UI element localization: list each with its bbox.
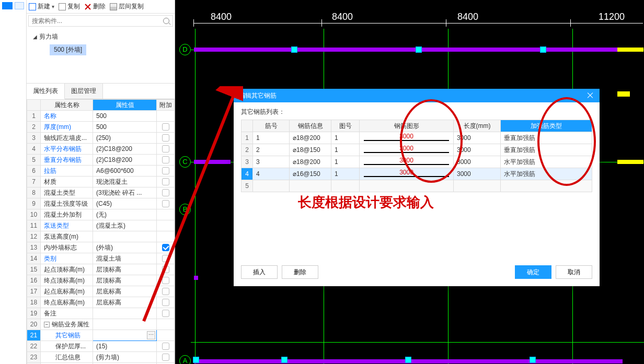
cell-shape[interactable]: 3000 <box>360 144 454 156</box>
attr-value[interactable]: A6@600*600 <box>93 166 157 177</box>
extra-checkbox[interactable] <box>162 266 169 273</box>
attr-name[interactable]: 终点底标高(m) <box>41 297 93 308</box>
attr-value[interactable]: 层底标高 <box>93 297 157 308</box>
extra-checkbox[interactable] <box>162 178 169 185</box>
attr-value[interactable] <box>93 319 157 330</box>
delete-button[interactable]: 删除 <box>84 2 106 11</box>
close-icon[interactable] <box>586 91 594 100</box>
attr-value[interactable]: (250) <box>93 133 157 144</box>
attr-value[interactable]: 混凝土墙 <box>93 253 157 264</box>
extra-checkbox[interactable] <box>162 189 169 196</box>
extra-checkbox[interactable] <box>162 310 169 317</box>
attr-value[interactable]: (混凝土泵) <box>93 220 157 231</box>
cell-id[interactable]: 3 <box>253 156 290 168</box>
attr-name[interactable]: 保护层厚... <box>41 341 93 352</box>
attr-name[interactable]: 泵送类型 <box>41 220 93 231</box>
attr-name[interactable]: 拉筋 <box>41 166 93 177</box>
attr-value[interactable]: 层顶标高 <box>93 275 157 286</box>
cell-type[interactable]: 水平加强筋 <box>501 168 592 180</box>
attr-value[interactable] <box>93 308 157 319</box>
extra-checkbox[interactable] <box>162 354 169 361</box>
tree-child[interactable]: 500 [外墙] <box>50 44 86 55</box>
cell-pic[interactable]: 1 <box>331 144 360 156</box>
cancel-button[interactable]: 取消 <box>556 265 592 279</box>
delete-rebar-button[interactable]: 删除 <box>282 265 318 279</box>
cell-type[interactable]: 垂直加强筋 <box>501 132 592 144</box>
attr-name[interactable]: 起点顶标高(m) <box>41 264 93 275</box>
attr-value[interactable]: 500 <box>93 111 157 122</box>
attr-name[interactable]: 其它钢筋 <box>41 330 93 341</box>
extra-checkbox[interactable] <box>162 200 169 207</box>
attr-name[interactable]: 备注 <box>41 308 93 319</box>
attr-name[interactable]: 混凝土外加剂 <box>41 209 93 220</box>
attr-name[interactable]: 混凝土类型 <box>41 187 93 198</box>
new-button[interactable]: 新建▾ <box>29 2 54 11</box>
extra-checkbox[interactable] <box>162 134 169 142</box>
extra-checkbox[interactable] <box>162 343 169 350</box>
tab-layers[interactable]: 图层管理 <box>65 84 103 99</box>
attr-name[interactable]: 起点底标高(m) <box>41 286 93 297</box>
search-input[interactable] <box>28 15 173 27</box>
attr-value[interactable]: (2)C18@200 <box>93 155 157 166</box>
attr-name[interactable]: 材质 <box>41 177 93 187</box>
attr-name[interactable]: 垂直分布钢筋 <box>41 155 93 166</box>
cell-pic[interactable]: 1 <box>331 132 360 144</box>
attr-value[interactable]: (外墙) <box>93 242 157 253</box>
extra-checkbox[interactable] <box>162 244 169 251</box>
attr-name[interactable]: 轴线距左墙皮... <box>41 133 93 144</box>
cell-id[interactable]: 4 <box>253 168 290 180</box>
attr-value[interactable]: 层顶标高 <box>93 264 157 275</box>
extra-checkbox[interactable] <box>162 299 169 306</box>
component-tree[interactable]: ◢剪力墙 500 [外墙] <box>27 28 175 84</box>
attr-value[interactable] <box>93 231 157 242</box>
cell-info[interactable]: ⌀18@200 <box>290 156 331 168</box>
copy-button[interactable]: 复制 <box>59 2 80 11</box>
attr-value[interactable]: (无) <box>93 209 157 220</box>
attr-name[interactable]: 内/外墙标志 <box>41 242 93 253</box>
cell-id[interactable]: 1 <box>253 132 290 144</box>
attr-value[interactable]: (剪力墙) <box>93 352 157 363</box>
attr-value[interactable]: (15) <box>93 341 157 352</box>
attr-name[interactable]: 厚度(mm) <box>41 122 93 133</box>
extra-checkbox[interactable] <box>162 277 169 284</box>
search-icon[interactable] <box>163 18 169 24</box>
extra-checkbox[interactable] <box>162 288 169 295</box>
attr-name[interactable]: 水平分布钢筋 <box>41 144 93 155</box>
attr-name[interactable]: 混凝土强度等级 <box>41 198 93 209</box>
ok-button[interactable]: 确定 <box>515 265 551 279</box>
cell-info[interactable]: ⌀18@200 <box>290 132 331 144</box>
extra-checkbox[interactable] <box>162 255 169 262</box>
attr-name[interactable]: −钢筋业务属性 <box>41 319 93 330</box>
rebar-table[interactable]: 筋号 钢筋信息 图号 钢筋图形 长度(mm) 加强筋类型 11⌀18@20013… <box>241 120 592 192</box>
tab-attributes[interactable]: 属性列表 <box>27 84 65 99</box>
attr-value[interactable]: 现浇混凝土 <box>93 177 157 187</box>
cell-shape[interactable]: 3000 <box>360 132 454 144</box>
insert-button[interactable]: 插入 <box>241 265 278 279</box>
cell-info[interactable]: ⌀18@150 <box>290 144 331 156</box>
attr-value[interactable]: (3现浇砼 碎石 ... <box>93 187 157 198</box>
attr-name[interactable]: 汇总信息 <box>41 352 93 363</box>
attr-name[interactable]: 终点顶标高(m) <box>41 275 93 286</box>
cell-info[interactable]: ⌀16@150 <box>290 168 331 180</box>
attr-name[interactable]: 类别 <box>41 253 93 264</box>
cell-shape[interactable]: 3000 <box>360 168 454 180</box>
extra-checkbox[interactable] <box>162 156 169 163</box>
extra-checkbox[interactable] <box>162 167 169 174</box>
extra-checkbox[interactable] <box>162 145 169 152</box>
attr-value[interactable]: (C45) <box>93 198 157 209</box>
attr-name[interactable]: 泵送高度(m) <box>41 231 93 242</box>
cell-pic[interactable]: 1 <box>331 156 360 168</box>
attr-value[interactable]: 层底标高 <box>93 286 157 297</box>
cell-len[interactable]: 3000 <box>454 156 501 168</box>
cell-type[interactable]: 垂直加强筋 <box>501 144 592 156</box>
cell-id[interactable]: 2 <box>253 144 290 156</box>
cell-len[interactable]: 3000 <box>454 144 501 156</box>
cell-pic[interactable]: 1 <box>331 168 360 180</box>
layer-copy-button[interactable]: 层间复制 <box>110 2 144 11</box>
extra-checkbox[interactable] <box>162 123 169 131</box>
cell-len[interactable]: 3000 <box>454 132 501 144</box>
attr-value[interactable]: (2)C18@200 <box>93 144 157 155</box>
attr-value[interactable] <box>93 330 157 341</box>
attr-name[interactable]: 名称 <box>41 111 93 122</box>
cell-shape[interactable]: 3000 <box>360 156 454 168</box>
